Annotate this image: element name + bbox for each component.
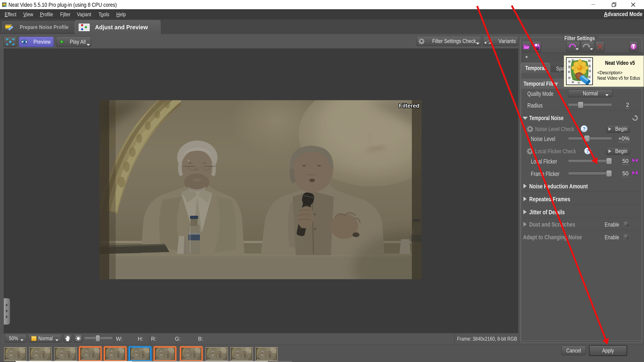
- svg-text:?: ?: [586, 148, 589, 154]
- svg-text:Filtered: Filtered: [399, 102, 420, 109]
- svg-text:?: ?: [583, 126, 586, 131]
